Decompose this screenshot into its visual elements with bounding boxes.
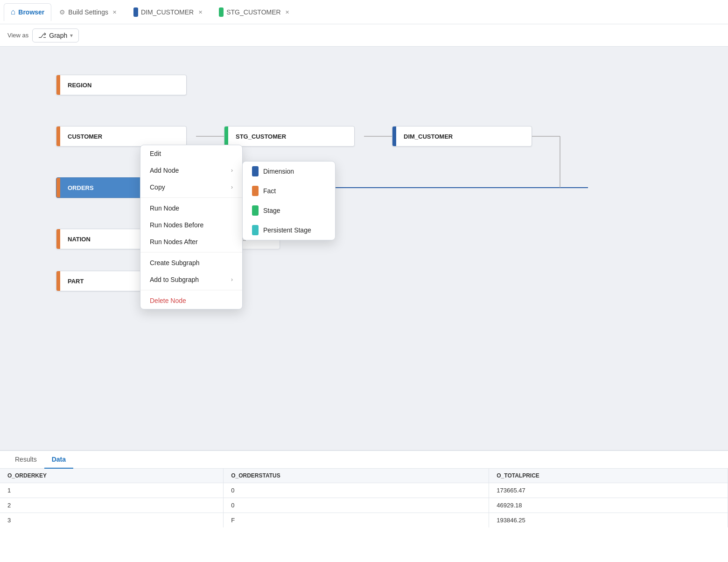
bottom-panel: Results Data O_ORDERKEY O_ORDERSTATUS O_… [0,450,728,562]
node-stg-customer[interactable]: STG_CUSTOMER [224,126,355,147]
table-cell: 46929.18 [489,498,728,513]
table-cell: 193846.25 [489,513,728,528]
add-node-submenu: Dimension Fact Stage Persistent Stage [242,161,336,240]
submenu-dimension-label: Dimension [263,168,294,175]
menu-add-subgraph-label: Add to Subgraph [150,276,199,283]
submenu-stage[interactable]: Stage [243,201,335,220]
context-menu: Edit Add Node › Dimension Fact [140,145,243,309]
node-stg-customer-label: STG_CUSTOMER [228,133,294,140]
view-as-label: View as [7,32,28,39]
node-customer-label: CUSTOMER [60,133,110,140]
tab-bar: ⌂ Browser ⚙ Build Settings ✕ DIM_CUSTOME… [0,0,728,24]
persistent-dot [252,225,259,235]
node-orders-label: ORDERS [60,184,101,191]
menu-edit-label: Edit [150,150,161,157]
menu-run-before-label: Run Nodes Before [150,221,203,229]
tab-browser[interactable]: ⌂ Browser [4,3,51,21]
menu-item-create-subgraph[interactable]: Create Subgraph [140,254,242,271]
dim-customer-icon [133,7,138,17]
tab-build-settings-label: Build Settings [68,8,108,16]
chevron-down-icon: ▾ [70,32,73,39]
close-dim-customer[interactable]: ✕ [196,8,204,16]
graph-canvas[interactable]: REGION CUSTOMER STG_CUSTOMER DIM_CUSTOME… [0,47,728,450]
node-region-label: REGION [60,82,99,89]
col-header-orderkey: O_ORDERKEY [0,469,224,483]
menu-create-subgraph-label: Create Subgraph [150,259,200,267]
table-row: 10173665.47 [0,483,728,498]
view-selector[interactable]: ⎇ Graph ▾ [32,28,79,42]
table-cell: 1 [0,483,224,498]
submenu-fact[interactable]: Fact [243,181,335,201]
menu-run-after-label: Run Nodes After [150,238,198,246]
dimension-dot [252,166,259,176]
add-node-chevron: › [231,167,233,174]
graph-icon: ⎇ [38,31,46,40]
submenu-persistent-label: Persistent Stage [263,226,311,234]
table-row: 2046929.18 [0,498,728,513]
home-icon: ⌂ [11,7,15,17]
table-header-row: O_ORDERKEY O_ORDERSTATUS O_TOTALPRICE [0,469,728,483]
menu-delete-label: Delete Node [150,297,186,304]
close-stg-customer[interactable]: ✕ [284,8,291,16]
menu-item-add-node[interactable]: Add Node › Dimension Fact Stage [140,162,242,179]
table-cell: 0 [224,498,489,513]
submenu-persistent-stage[interactable]: Persistent Stage [243,220,335,240]
tab-dim-customer[interactable]: DIM_CUSTOMER ✕ [126,3,211,21]
table-cell: F [224,513,489,528]
tab-build-settings[interactable]: ⚙ Build Settings ✕ [52,3,126,21]
col-header-orderstatus: O_ORDERSTATUS [224,469,489,483]
node-customer[interactable]: CUSTOMER [56,126,187,147]
close-build-settings[interactable]: ✕ [111,8,119,16]
divider-2 [140,252,242,253]
table-cell: 173665.47 [489,483,728,498]
submenu-dimension[interactable]: Dimension [243,162,335,181]
stg-customer-icon [219,7,224,17]
tab-stg-customer[interactable]: STG_CUSTOMER ✕ [212,3,298,21]
tab-dim-customer-label: DIM_CUSTOMER [141,8,194,16]
tab-browser-label: Browser [18,8,44,16]
col-header-totalprice: O_TOTALPRICE [489,469,728,483]
results-tab-label: Results [15,456,37,463]
table-cell: 2 [0,498,224,513]
fact-dot [252,186,259,196]
menu-item-run-after[interactable]: Run Nodes After [140,233,242,250]
menu-item-delete-node[interactable]: Delete Node [140,292,242,309]
node-dim-customer-label: DIM_CUSTOMER [396,133,460,140]
copy-chevron: › [231,184,233,190]
bottom-tab-results[interactable]: Results [7,451,44,469]
table-row: 3F193846.25 [0,513,728,528]
divider-3 [140,290,242,290]
submenu-stage-label: Stage [263,207,280,214]
table-cell: 0 [224,483,489,498]
data-table: O_ORDERKEY O_ORDERSTATUS O_TOTALPRICE 10… [0,469,728,527]
node-dim-customer[interactable]: DIM_CUSTOMER [392,126,532,147]
toolbar: View as ⎇ Graph ▾ [0,24,728,47]
tab-stg-customer-label: STG_CUSTOMER [226,8,280,16]
submenu-fact-label: Fact [263,187,276,195]
menu-item-copy[interactable]: Copy › [140,179,242,196]
bottom-tab-data[interactable]: Data [44,451,73,469]
divider-1 [140,197,242,198]
menu-item-run-before[interactable]: Run Nodes Before [140,217,242,233]
main-content: REGION CUSTOMER STG_CUSTOMER DIM_CUSTOME… [0,47,728,562]
node-region[interactable]: REGION [56,75,187,95]
table-cell: 3 [0,513,224,528]
menu-item-run-node[interactable]: Run Node [140,200,242,217]
view-mode-label: Graph [49,32,67,39]
menu-item-add-subgraph[interactable]: Add to Subgraph › [140,271,242,288]
menu-item-edit[interactable]: Edit [140,145,242,162]
menu-run-node-label: Run Node [150,204,179,212]
stage-dot [252,205,259,216]
node-nation-label: NATION [60,236,98,243]
data-tab-label: Data [52,456,66,463]
menu-add-node-label: Add Node [150,167,179,174]
bottom-tabs: Results Data [0,451,728,469]
add-subgraph-chevron: › [231,276,233,283]
table-container: O_ORDERKEY O_ORDERSTATUS O_TOTALPRICE 10… [0,469,728,562]
node-part-label: PART [60,278,91,285]
gear-icon: ⚙ [59,8,65,16]
menu-copy-label: Copy [150,183,165,191]
